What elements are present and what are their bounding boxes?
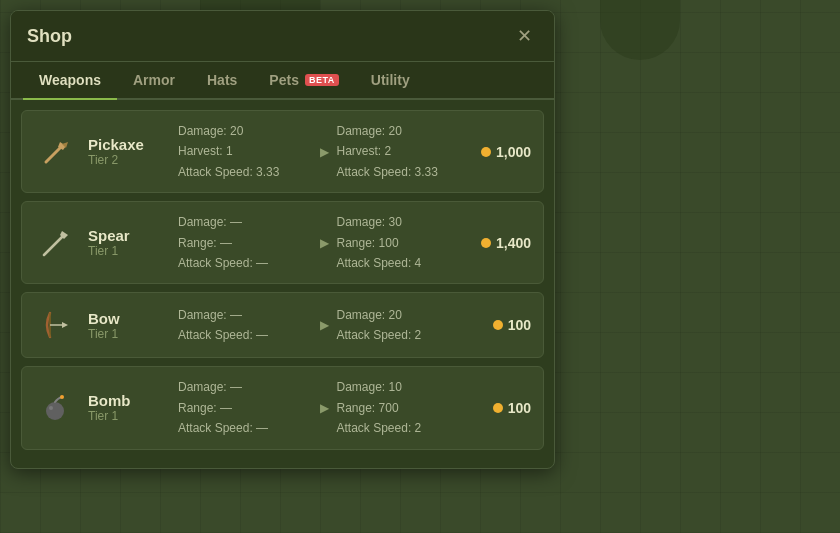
pickaxe-stats-right: Damage: 20 Harvest: 2 Attack Speed: 3.33 xyxy=(337,121,472,182)
spear-icon xyxy=(34,221,78,265)
pickaxe-stats-left: Damage: 20 Harvest: 1 Attack Speed: 3.33 xyxy=(178,121,313,182)
bow-price: 100 xyxy=(471,317,531,333)
beta-badge: BETA xyxy=(305,74,339,86)
coin-icon xyxy=(493,403,503,413)
svg-point-5 xyxy=(46,402,64,420)
svg-marker-4 xyxy=(62,322,68,328)
arrow-icon: ▶ xyxy=(313,236,337,250)
bow-name-block: Bow Tier 1 xyxy=(88,310,178,341)
pickaxe-name-block: Pickaxe Tier 2 xyxy=(88,136,178,167)
bow-tier: Tier 1 xyxy=(88,327,178,341)
bomb-price: 100 xyxy=(471,400,531,416)
close-button[interactable]: ✕ xyxy=(511,23,538,49)
tab-weapons[interactable]: Weapons xyxy=(23,62,117,100)
item-row-bomb[interactable]: Bomb Tier 1 Damage: — Range: — Attack Sp… xyxy=(21,366,544,449)
spear-stats-left: Damage: — Range: — Attack Speed: — xyxy=(178,212,313,273)
modal-title: Shop xyxy=(27,26,72,47)
tab-bar: Weapons Armor Hats Pets BETA Utility xyxy=(11,62,554,100)
items-list: Pickaxe Tier 2 Damage: 20 Harvest: 1 Att… xyxy=(11,100,554,468)
bomb-name-block: Bomb Tier 1 xyxy=(88,392,178,423)
svg-point-7 xyxy=(49,406,53,410)
tab-utility[interactable]: Utility xyxy=(355,62,426,100)
bow-stats-left: Damage: — Attack Speed: — xyxy=(178,305,313,346)
pickaxe-tier: Tier 2 xyxy=(88,153,178,167)
pickaxe-icon xyxy=(34,130,78,174)
tab-hats[interactable]: Hats xyxy=(191,62,253,100)
spear-name: Spear xyxy=(88,227,178,244)
bow-icon xyxy=(34,303,78,347)
arrow-icon: ▶ xyxy=(313,145,337,159)
item-row-bow[interactable]: Bow Tier 1 Damage: — Attack Speed: — ▶ D… xyxy=(21,292,544,358)
coin-icon xyxy=(481,147,491,157)
coin-icon xyxy=(493,320,503,330)
arrow-icon: ▶ xyxy=(313,318,337,332)
bomb-name: Bomb xyxy=(88,392,178,409)
svg-line-0 xyxy=(46,146,62,162)
tab-armor[interactable]: Armor xyxy=(117,62,191,100)
svg-point-6 xyxy=(60,395,64,399)
spear-stats-right: Damage: 30 Range: 100 Attack Speed: 4 xyxy=(337,212,472,273)
pickaxe-name: Pickaxe xyxy=(88,136,178,153)
arrow-icon: ▶ xyxy=(313,401,337,415)
bow-name: Bow xyxy=(88,310,178,327)
bomb-stats-left: Damage: — Range: — Attack Speed: — xyxy=(178,377,313,438)
spear-tier: Tier 1 xyxy=(88,244,178,258)
modal-header: Shop ✕ xyxy=(11,11,554,62)
spear-price: 1,400 xyxy=(471,235,531,251)
bomb-stats-right: Damage: 10 Range: 700 Attack Speed: 2 xyxy=(337,377,472,438)
item-row-pickaxe[interactable]: Pickaxe Tier 2 Damage: 20 Harvest: 1 Att… xyxy=(21,110,544,193)
bomb-icon xyxy=(34,386,78,430)
pickaxe-price: 1,000 xyxy=(471,144,531,160)
shop-modal: Shop ✕ Weapons Armor Hats Pets BETA Util… xyxy=(10,10,555,469)
svg-line-1 xyxy=(44,235,64,255)
bow-stats-right: Damage: 20 Attack Speed: 2 xyxy=(337,305,472,346)
spear-name-block: Spear Tier 1 xyxy=(88,227,178,258)
coin-icon xyxy=(481,238,491,248)
bomb-tier: Tier 1 xyxy=(88,409,178,423)
tab-pets[interactable]: Pets BETA xyxy=(253,62,354,100)
item-row-spear[interactable]: Spear Tier 1 Damage: — Range: — Attack S… xyxy=(21,201,544,284)
